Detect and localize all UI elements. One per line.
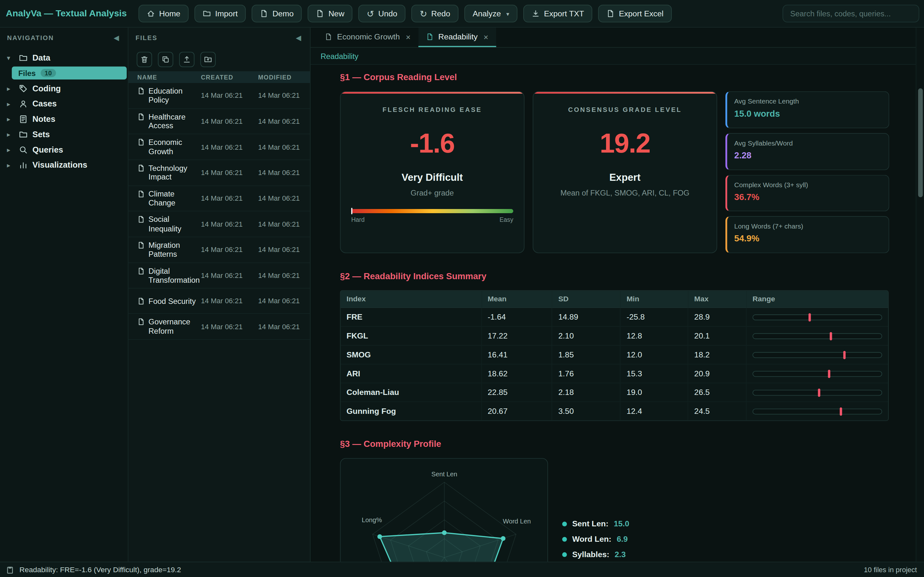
close-icon[interactable]: × [483,32,488,41]
collapse-panel-icon[interactable]: ◀ [114,34,120,42]
file-row[interactable]: Governance Reform14 Mar 06:2114 Mar 06:2… [128,314,310,340]
duplicate-file-button[interactable] [158,52,173,67]
stat-label: Avg Syllables/Word [734,139,882,147]
sidebar-item-label: Visualizations [32,160,87,169]
sidebar-item-data[interactable]: ▾ Data [0,50,128,65]
tab-economic-growth[interactable]: Economic Growth × [317,27,418,47]
table-row: FRE-1.6414.89-25.828.9 [341,308,888,327]
stat-avg-syllables: Avg Syllables/Word 2.28 [725,133,889,170]
main-content: Economic Growth × Readability × Readabil… [310,27,924,562]
tab-readability[interactable]: Readability × [418,27,496,47]
file-row[interactable]: Social Inequality14 Mar 06:2114 Mar 06:2… [128,211,310,237]
home-button[interactable]: Home [139,5,189,23]
file-row[interactable]: Education Policy14 Mar 06:2114 Mar 06:21 [128,83,310,109]
file-row[interactable]: Food Security14 Mar 06:2114 Mar 06:21 [128,288,310,314]
cell-mean: 22.85 [482,384,552,402]
import-button[interactable]: Import [194,5,246,23]
svg-text:Word Len: Word Len [503,518,531,525]
file-created: 14 Mar 06:21 [201,169,258,177]
file-row[interactable]: Digital Transformation14 Mar 06:2114 Mar… [128,263,310,288]
sidebar-item-queries[interactable]: ▸ Queries [0,142,128,157]
sidebar-item-label: Cases [32,99,57,108]
search-input[interactable] [782,5,919,23]
upload-file-button[interactable] [179,52,194,67]
range-marker [843,351,845,359]
document-icon [316,9,325,18]
stat-avg-sentence-length: Avg Sentence Length 15.0 words [725,91,889,128]
complexity-profile: Sent LenWord LenLong% Sent Len: 15.0 Wor… [340,458,889,562]
files-count-badge: 10 [40,69,56,77]
file-row[interactable]: Migration Patterns14 Mar 06:2114 Mar 06:… [128,237,310,263]
cell-mean: 18.62 [482,364,552,384]
files-panel-header: FILES ◀ [128,27,310,47]
sidebar-item-sets[interactable]: ▸ Sets [0,127,128,142]
range-marker [828,370,830,378]
file-row[interactable]: Healthcare Access14 Mar 06:2114 Mar 06:2… [128,109,310,134]
home-button-label: Home [159,9,180,18]
close-icon[interactable]: × [406,32,411,41]
cell-min: 19.0 [621,384,688,402]
document-icon [426,33,433,41]
scrollbar[interactable] [916,27,924,562]
legend-bullet-icon [562,521,567,526]
files-panel-title: FILES [136,34,157,41]
range-marker [818,388,820,396]
undo-button[interactable]: ↺ Undo [359,5,405,23]
cell-range [746,308,888,327]
stat-value: 36.7% [734,192,882,201]
sidebar-item-coding[interactable]: ▸ Coding [0,81,128,96]
duplicate-icon [162,55,170,64]
flesch-scale-bar [351,209,513,213]
file-name: Education Policy [137,83,201,108]
document-icon [606,9,615,18]
analyze-button[interactable]: Analyze ▾ [464,5,517,23]
consensus-card-title: CONSENSUS GRADE LEVEL [533,106,716,113]
export-excel-button[interactable]: Export Excel [598,5,672,23]
stat-label: Long Words (7+ chars) [734,223,882,230]
navigation-sidebar: NAVIGATION ◀ ▾ Data Files 10 ▸ Coding [0,27,128,562]
redo-button[interactable]: ↻ Redo [411,5,459,23]
person-icon [19,99,28,108]
sidebar-item-cases[interactable]: ▸ Cases [0,96,128,111]
app-brand: AnalyVa — Textual Analysis [6,8,127,19]
table-header-row: Index Mean SD Min Max Range [341,291,888,308]
file-name: Social Inequality [137,211,201,237]
cell-sd: 2.10 [552,327,621,346]
sidebar-item-files[interactable]: Files 10 [12,67,127,79]
new-button[interactable]: New [308,5,352,23]
cell-max: 26.5 [688,384,746,402]
brand-suffix: — Textual Analysis [41,8,127,18]
svg-text:Long%: Long% [362,516,382,524]
file-row[interactable]: Economic Growth14 Mar 06:2114 Mar 06:21 [128,134,310,160]
file-row[interactable]: Technology Impact14 Mar 06:2114 Mar 06:2… [128,160,310,186]
scrollbar-thumb[interactable] [918,89,923,197]
file-modified: 14 Mar 06:21 [258,194,310,203]
cell-range [746,327,888,346]
new-folder-icon [204,55,212,64]
tab-label: Economic Growth [337,32,400,41]
export-txt-button[interactable]: Export TXT [523,5,592,23]
cell-index: ARI [341,364,482,384]
sidebar-item-notes[interactable]: ▸ Notes [0,111,128,127]
sidebar-item-visualizations[interactable]: ▸ Visualizations [0,157,128,172]
column-header-range: Range [746,291,888,308]
legend-label: Sent Len: [572,519,608,528]
topbar: AnalyVa — Textual Analysis Home Import D… [0,0,924,27]
legend-bullet-icon [562,537,567,542]
chevron-right-icon: ▸ [7,100,14,107]
file-row[interactable]: Climate Change14 Mar 06:2114 Mar 06:21 [128,186,310,211]
navigation-tree: ▾ Data Files 10 ▸ Coding ▸ Cases [0,48,128,172]
demo-button[interactable]: Demo [252,5,302,23]
legend-bullet-icon [562,552,567,557]
collapse-panel-icon[interactable]: ◀ [296,34,302,42]
cell-index: SMOG [341,346,482,364]
delete-file-button[interactable] [137,52,152,67]
section-2-title: §2 — Readability Indices Summary [340,271,924,283]
redo-icon: ↻ [420,9,427,18]
new-folder-button[interactable] [200,52,216,67]
file-created: 14 Mar 06:21 [201,271,258,280]
legend-value: 15.0 [614,519,629,528]
cell-mean: 17.22 [482,327,552,346]
cell-max: 20.9 [688,364,746,384]
file-name: Healthcare Access [137,109,201,134]
